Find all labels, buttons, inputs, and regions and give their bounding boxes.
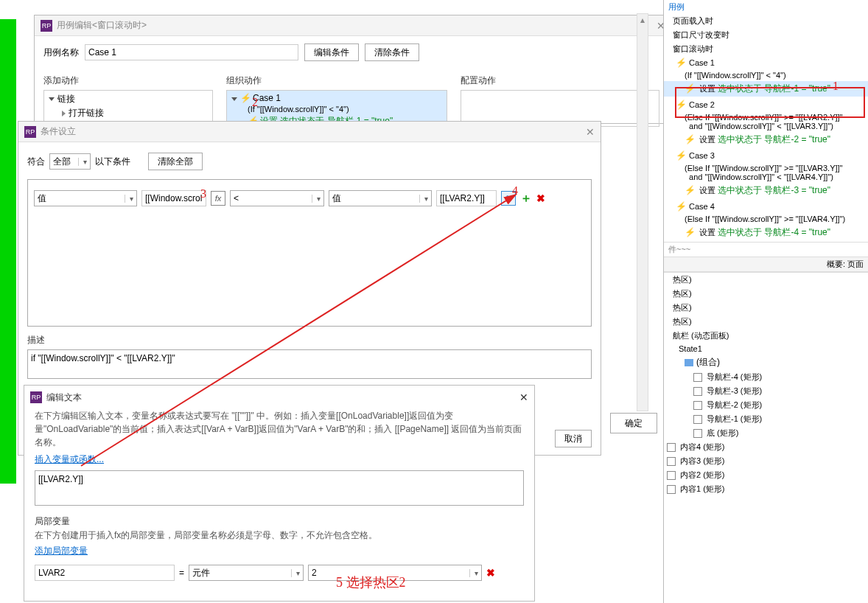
equals-label: = <box>179 568 184 578</box>
case-name[interactable]: ⚡Case 3 <box>664 149 868 162</box>
case-name[interactable]: ⚡Case 4 <box>664 200 868 213</box>
event-item[interactable]: 窗口滚动时 <box>664 42 868 56</box>
close-icon[interactable]: ✕ <box>519 391 528 403</box>
text-editor-help: 在下方编辑区输入文本，变量名称或表达式要写在 "[[""]]" 中。例如：插入变… <box>35 409 524 449</box>
local-var-label: 局部变量 <box>35 515 524 528</box>
local-var-name[interactable] <box>35 565 175 581</box>
match-scope-select[interactable]: 全部▾ <box>49 153 91 170</box>
checkbox-icon[interactable] <box>693 429 702 438</box>
fx-icon-right[interactable]: fx <box>501 191 516 206</box>
case-editor-title: 用例编辑<窗口滚动时> <box>57 19 657 32</box>
text-editor-value[interactable]: [[LVAR2.Y]] <box>35 470 524 506</box>
cond-operator[interactable]: <▾ <box>230 190 324 206</box>
case-action[interactable]: ⚡ 设置 选中状态于 导航栏-3 = "true" <box>664 183 868 198</box>
outline-content-item[interactable]: 内容1 (矩形) <box>664 482 868 496</box>
checkbox-icon[interactable] <box>693 373 702 382</box>
add-local-var-link[interactable]: 添加局部变量 <box>35 546 88 556</box>
green-side-strip <box>0 19 16 484</box>
checkbox-icon[interactable] <box>693 415 702 424</box>
case-name[interactable]: ⚡Case 1 <box>664 56 868 69</box>
checkbox-icon[interactable] <box>667 457 676 466</box>
edit-condition-button[interactable]: 编辑条件 <box>304 43 359 61</box>
rp-logo-icon: RP <box>30 391 42 403</box>
config-action-label: 配置动作 <box>461 74 659 87</box>
outline-item[interactable]: 热区) <box>664 301 868 315</box>
delete-condition-icon[interactable]: ✖ <box>536 192 545 204</box>
case-condition: (Else If "[[Window.scrollY]]" >= "[[LVAR… <box>664 213 868 225</box>
outline-content-item[interactable]: 内容2 (矩形) <box>664 468 868 482</box>
outline-item[interactable]: 热区) <box>664 315 868 329</box>
delete-local-var-icon[interactable]: ✖ <box>486 567 495 579</box>
outline-nav-item[interactable]: 底 (矩形) <box>664 426 868 440</box>
insert-var-link[interactable]: 插入变量或函数... <box>35 454 104 464</box>
condition-dialog-title: 条件设立 <box>41 125 586 138</box>
cond-left-type[interactable]: 值▾ <box>34 190 137 206</box>
text-editor-title: 编辑文本 <box>46 391 519 404</box>
outline-nav-item[interactable]: 导航栏-2 (矩形) <box>664 398 868 412</box>
clear-condition-button[interactable]: 清除条件 <box>365 43 419 61</box>
event-item[interactable]: 窗口尺寸改变时 <box>664 28 868 42</box>
add-action-label: 添加动作 <box>43 74 213 87</box>
outline-nav-item[interactable]: 导航栏-3 (矩形) <box>664 384 868 398</box>
cond-right-value[interactable] <box>436 190 497 206</box>
rp-logo-icon: RP <box>24 126 36 138</box>
outline-nav-item[interactable]: 导航栏-4 (矩形) <box>664 370 868 384</box>
case-condition: (If "[[Window.scrollY]]" < "4") <box>664 69 868 81</box>
right-panel: 用例 页面载入时 窗口尺寸改变时 窗口滚动时 ⚡Case 1(If "[[Win… <box>663 0 868 603</box>
close-icon[interactable]: ✕ <box>586 126 595 138</box>
case-tree-cond[interactable]: (If "[[Window.scrollY]]" < "4") <box>228 104 445 114</box>
tree-open-link[interactable]: 打开链接 <box>46 106 211 120</box>
case-name-label: 用例名称 <box>43 46 79 59</box>
local-var-target[interactable]: 2▾ <box>308 565 482 581</box>
desc-text: if "[[Window.scrollY]]" < "[[LVAR2.Y]]" <box>27 349 592 379</box>
checkbox-icon[interactable] <box>693 387 702 396</box>
add-condition-icon[interactable]: ＋ <box>520 191 532 206</box>
case-tree-case[interactable]: ⚡Case 1 <box>228 92 445 104</box>
tree-link-group[interactable]: 链接 <box>46 92 211 106</box>
summary-label: 概要: 页面 <box>664 257 868 272</box>
clear-all-button[interactable]: 清除全部 <box>148 153 203 170</box>
match-label: 符合 <box>27 156 45 168</box>
case-action[interactable]: ⚡ 设置 选中状态于 导航栏-2 = "true" <box>664 132 868 147</box>
event-item[interactable]: 页面载入时 <box>664 14 868 28</box>
outline-item[interactable]: 热区) <box>664 273 868 287</box>
local-var-source[interactable]: 元件▾ <box>189 565 304 581</box>
checkbox-icon[interactable] <box>667 443 676 452</box>
case-name-input[interactable] <box>85 44 298 60</box>
checkbox-icon[interactable] <box>667 485 676 494</box>
checkbox-icon[interactable] <box>667 471 676 480</box>
outline-item[interactable]: 热区) <box>664 287 868 301</box>
outline-content-item[interactable]: 内容3 (矩形) <box>664 454 868 468</box>
rp-logo-icon: RP <box>41 20 52 32</box>
outline-group[interactable]: (组合) <box>664 355 868 370</box>
outline-state[interactable]: State1 <box>664 343 868 355</box>
case-condition: (Else If "[[Window.scrollY]]" >= "[[LVAR… <box>664 111 868 132</box>
ok-button[interactable]: 确定 <box>610 413 657 433</box>
outline-nav-item[interactable]: 导航栏-1 (矩形) <box>664 412 868 426</box>
org-action-label: 组织动作 <box>226 74 447 87</box>
outline-item[interactable]: 航栏 (动态面板) <box>664 329 868 343</box>
cond-cancel-button[interactable]: 取消 <box>555 430 592 447</box>
local-var-help: 在下方创建用于插入fx的局部变量，局部变量名称必须是字母、数字，不允许包含空格。 <box>35 529 524 542</box>
text-editor-dialog: RP 编辑文本 ✕ 在下方编辑区输入文本，变量名称或表达式要写在 "[[""]]… <box>24 385 535 602</box>
case-name[interactable]: ⚡Case 2 <box>664 98 868 111</box>
scrollbar[interactable]: ▴ <box>637 13 648 411</box>
cond-right-type[interactable]: 值▾ <box>329 190 432 206</box>
right-top-link[interactable]: 用例 <box>664 0 868 14</box>
fx-icon-left[interactable]: fx <box>211 191 225 206</box>
desc-label: 描述 <box>27 334 592 346</box>
cond-left-value[interactable] <box>141 190 206 206</box>
folder-icon <box>685 359 693 366</box>
outline-content-item[interactable]: 内容4 (矩形) <box>664 440 868 454</box>
case-condition: (Else If "[[Window.scrollY]]" >= "[[LVAR… <box>664 162 868 183</box>
match-suffix: 以下条件 <box>95 156 130 168</box>
case-action[interactable]: ⚡ 设置 选中状态于 导航栏-4 = "true" <box>664 225 868 240</box>
case-editor-window: RP 用例编辑<窗口滚动时> ✕ 用例名称 编辑条件 清除条件 添加动作 链接 … <box>34 15 672 124</box>
checkbox-icon[interactable] <box>693 401 702 410</box>
more-label: 件~~~ <box>664 242 868 257</box>
case-action[interactable]: ⚡ 设置 选中状态于 导航栏-1 = "true" <box>664 81 868 97</box>
